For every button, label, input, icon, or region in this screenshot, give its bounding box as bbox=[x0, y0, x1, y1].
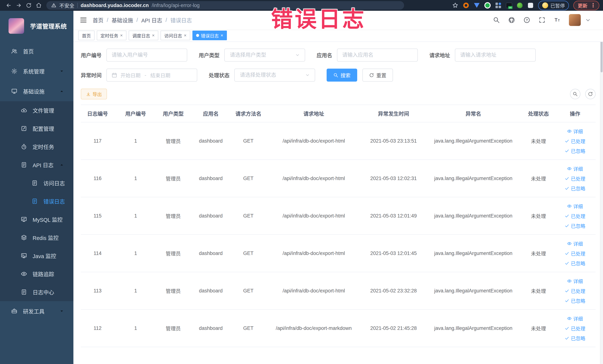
extension-puzzle-icon[interactable] bbox=[527, 2, 534, 9]
fullscreen-icon[interactable] bbox=[538, 16, 545, 23]
bookmark-star-icon[interactable] bbox=[452, 2, 458, 9]
detail-link[interactable]: 详细 bbox=[567, 240, 583, 247]
sidebar-item-error-log[interactable]: 错误日志 bbox=[0, 192, 73, 210]
user-avatar[interactable] bbox=[569, 14, 581, 26]
extension-grid-icon[interactable] bbox=[495, 2, 501, 9]
extension-shield-icon[interactable] bbox=[474, 2, 480, 9]
sidebar-item-system[interactable]: 系统管理 bbox=[0, 61, 73, 81]
tag-close-icon[interactable]: × bbox=[220, 33, 223, 38]
breadcrumb-item[interactable]: 首页 bbox=[93, 16, 104, 24]
mark-processed-link[interactable]: 已处理 bbox=[565, 325, 585, 332]
extension-orange-icon[interactable] bbox=[463, 2, 469, 9]
cell-method: GET bbox=[232, 122, 265, 160]
cell-app-name: dashboard bbox=[189, 160, 232, 197]
cell-exception-time: 2021-05-03 12:02:31 bbox=[363, 160, 424, 197]
tag-label: 调度日志 bbox=[132, 32, 150, 39]
sidebar-item-api-log[interactable]: API 日志 bbox=[0, 156, 73, 174]
home-button[interactable] bbox=[34, 1, 44, 10]
mark-processed-link[interactable]: 已处理 bbox=[565, 250, 585, 257]
help-icon[interactable]: ? bbox=[523, 16, 530, 23]
chrome-menu-icon[interactable]: ⋮ bbox=[590, 3, 596, 8]
filter-row-1: 用户编号 用户类型 应用名 请求 bbox=[81, 48, 596, 61]
process-status-select-input[interactable] bbox=[240, 72, 303, 78]
mark-ignored-link[interactable]: 已忽略 bbox=[565, 335, 585, 341]
reload-button[interactable] bbox=[24, 1, 34, 10]
breadcrumb-item[interactable]: API 日志 bbox=[141, 16, 162, 24]
sidebar-item-redis-monitor[interactable]: Redis 监控 bbox=[0, 228, 73, 247]
font-size-icon[interactable]: TT bbox=[554, 16, 561, 23]
mark-ignored-link[interactable]: 已忽略 bbox=[565, 147, 585, 154]
paused-extension-badge[interactable]: 已暂停 bbox=[538, 1, 569, 10]
sidebar-item-dev-tools[interactable]: 研发工具 bbox=[0, 301, 73, 321]
sidebar-item-mysql-monitor[interactable]: MySQL 监控 bbox=[0, 210, 73, 228]
sidebar-item-home[interactable]: 首页 bbox=[0, 41, 73, 61]
process-status-select[interactable] bbox=[234, 69, 315, 82]
sidebar-item-file-manage[interactable]: 文件管理 bbox=[0, 101, 73, 119]
tag-home[interactable]: 首页 bbox=[78, 31, 94, 40]
search-icon[interactable] bbox=[493, 16, 500, 23]
toggle-search-button[interactable] bbox=[570, 89, 580, 99]
date-start-placeholder[interactable]: 开始日期 bbox=[120, 71, 140, 79]
mark-processed-link[interactable]: 已处理 bbox=[565, 212, 585, 219]
forward-button[interactable] bbox=[14, 1, 24, 10]
tag-job-log[interactable]: 调度日志 × bbox=[129, 31, 158, 40]
tag-error-log-active[interactable]: 错误日志 × bbox=[192, 31, 227, 40]
search-icon bbox=[333, 73, 338, 78]
detail-link[interactable]: 详细 bbox=[567, 203, 583, 210]
mark-ignored-link[interactable]: 已忽略 bbox=[565, 185, 585, 192]
tag-access-log[interactable]: 访问日志 × bbox=[161, 31, 190, 40]
export-button[interactable]: 导出 bbox=[81, 89, 107, 99]
mark-ignored-link[interactable]: 已忽略 bbox=[565, 297, 585, 304]
detail-link[interactable]: 详细 bbox=[567, 165, 583, 172]
log-icon bbox=[32, 198, 38, 204]
back-button[interactable] bbox=[4, 1, 14, 10]
sidebar-item-trace[interactable]: 链路追踪 bbox=[0, 265, 73, 283]
page-scrollbar[interactable] bbox=[600, 11, 603, 364]
chrome-update-button[interactable]: 更新 ⋮ bbox=[573, 1, 599, 10]
detail-link[interactable]: 详细 bbox=[567, 315, 583, 322]
date-end-placeholder[interactable]: 结束日期 bbox=[150, 71, 170, 79]
sidebar-item-log-center[interactable]: 日志中心 bbox=[0, 283, 73, 301]
cell-actions: 详细 已处理 已忽略 bbox=[555, 197, 596, 235]
tag-close-icon[interactable]: × bbox=[184, 33, 186, 38]
user-type-select[interactable] bbox=[224, 48, 305, 61]
tag-close-icon[interactable]: × bbox=[120, 33, 123, 38]
reload-icon bbox=[26, 2, 32, 8]
table-row: 113 1 管理员 dashboard GET /api/infra/db-do… bbox=[81, 272, 596, 309]
sidebar-item-config-manage[interactable]: 配置管理 bbox=[0, 119, 73, 138]
mark-ignored-link[interactable]: 已忽略 bbox=[565, 260, 585, 267]
tag-job[interactable]: 定时任务 × bbox=[97, 31, 127, 40]
log-icon bbox=[32, 180, 38, 186]
breadcrumb-item[interactable]: 基础设施 bbox=[112, 16, 133, 24]
extension-green-icon[interactable] bbox=[484, 2, 491, 9]
col-request-url: 请求地址 bbox=[265, 105, 363, 122]
cell-user-type: 管理员 bbox=[157, 197, 189, 235]
cell-user-type: 管理员 bbox=[157, 235, 189, 272]
date-range-picker[interactable]: 开始日期 - 结束日期 bbox=[106, 69, 197, 82]
sidebar-item-access-log[interactable]: 访问日志 bbox=[0, 174, 73, 192]
extension-switch-icon[interactable]: on bbox=[506, 2, 512, 9]
mark-processed-link[interactable]: 已处理 bbox=[565, 175, 585, 182]
detail-link[interactable]: 详细 bbox=[567, 278, 583, 284]
github-icon[interactable] bbox=[508, 16, 515, 23]
search-button[interactable]: 搜索 bbox=[327, 69, 357, 82]
sidebar-item-java-monitor[interactable]: Java 监控 bbox=[0, 247, 73, 265]
sidebar-item-infra[interactable]: 基础设施 bbox=[0, 81, 73, 101]
refresh-table-button[interactable] bbox=[585, 89, 596, 99]
reset-button[interactable]: 重置 bbox=[362, 69, 393, 82]
hamburger-icon[interactable] bbox=[80, 16, 87, 24]
extension-plant-icon[interactable] bbox=[517, 2, 523, 9]
avatar-caret-icon[interactable] bbox=[584, 16, 591, 23]
sidebar-item-job[interactable]: 定时任务 bbox=[0, 138, 73, 156]
mark-processed-link[interactable]: 已处理 bbox=[565, 138, 585, 144]
mark-ignored-link[interactable]: 已忽略 bbox=[565, 222, 585, 229]
mark-processed-link[interactable]: 已处理 bbox=[565, 287, 585, 294]
user-type-select-input[interactable] bbox=[230, 52, 293, 58]
detail-link[interactable]: 详细 bbox=[567, 128, 583, 135]
app-name-input[interactable] bbox=[337, 48, 418, 61]
user-id-input[interactable] bbox=[106, 48, 187, 61]
sidebar-logo[interactable]: 芋道管理系统 bbox=[0, 11, 73, 41]
tag-close-icon[interactable]: × bbox=[152, 33, 155, 38]
request-url-input[interactable] bbox=[455, 48, 536, 61]
sidebar-item-label: 首页 bbox=[23, 47, 34, 55]
